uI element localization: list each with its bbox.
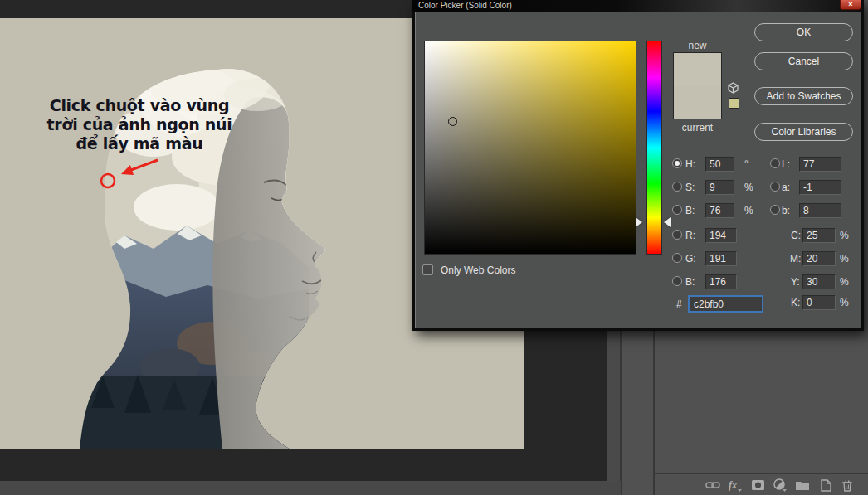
rgb-cmyk-row-3: B: Y: %: [416, 274, 861, 289]
ok-button[interactable]: OK: [754, 23, 853, 41]
adjustment-layer-icon[interactable]: [771, 477, 789, 493]
cancel-button[interactable]: Cancel: [754, 52, 853, 70]
status-bar: [0, 481, 621, 495]
new-color-swatch: [674, 53, 721, 86]
g-input[interactable]: [705, 251, 737, 266]
y-unit: %: [840, 276, 849, 288]
current-swatch-label: current: [667, 122, 728, 133]
close-button[interactable]: ×: [840, 0, 861, 10]
new-current-swatch: [673, 52, 722, 119]
annotation-line-1: Click chuột vào vùng: [23, 96, 256, 115]
color-libraries-button[interactable]: Color Libraries: [754, 123, 853, 141]
b-unit: %: [744, 205, 753, 216]
photoshop-workspace: Click chuột vào vùng trời của ảnh ngọn n…: [0, 0, 868, 495]
h-field-label: H:: [685, 158, 695, 170]
k-input[interactable]: [802, 295, 836, 310]
s-input[interactable]: [705, 180, 734, 195]
link-icon[interactable]: [704, 477, 722, 493]
web-safe-warning-cube-icon[interactable]: [727, 82, 739, 98]
annotation-text: Click chuột vào vùng trời của ảnh ngọn n…: [23, 96, 256, 153]
delete-icon[interactable]: [838, 477, 856, 493]
rgb-cmyk-row-2: G: M: %: [416, 251, 861, 266]
hue-slider-left-handle[interactable]: [636, 217, 642, 227]
l-field-label: L:: [782, 158, 790, 170]
hue-slider-right-handle[interactable]: [664, 217, 671, 227]
b-field-label: B:: [685, 205, 695, 216]
rgb-b-field-label: B:: [685, 276, 695, 288]
m-field-label: M:: [790, 253, 801, 264]
g-field-label: G:: [685, 253, 696, 264]
hue-slider[interactable]: [646, 41, 662, 255]
m-input[interactable]: [802, 251, 836, 266]
r-input[interactable]: [705, 228, 737, 243]
svg-text:fx: fx: [729, 479, 737, 491]
y-input[interactable]: [802, 274, 836, 289]
b-input[interactable]: [705, 203, 734, 218]
new-swatch-label: new: [673, 40, 722, 51]
layers-toolbar-separator: [655, 473, 868, 474]
l-input[interactable]: [799, 157, 841, 172]
fx-icon[interactable]: fx: [726, 477, 744, 493]
b-radio[interactable]: [672, 205, 682, 215]
hex-input[interactable]: [688, 295, 763, 313]
lab-b-input[interactable]: [799, 203, 841, 218]
hsb-lab-row-3: B: % b:: [416, 203, 861, 218]
dialog-body: Only Web Colors new current OK Cancel Ad…: [415, 12, 861, 328]
c-unit: %: [840, 230, 849, 241]
s-field-label: S:: [685, 182, 695, 193]
rgb-b-radio[interactable]: [672, 276, 682, 286]
new-layer-icon[interactable]: [816, 477, 834, 493]
rgb-cmyk-row-1: R: C: %: [416, 228, 861, 243]
r-radio[interactable]: [672, 230, 682, 240]
c-input[interactable]: [802, 228, 836, 243]
a-input[interactable]: [799, 180, 841, 195]
h-radio[interactable]: [672, 158, 682, 168]
layer-mask-icon[interactable]: [749, 477, 767, 493]
dialog-titlebar[interactable]: Color Picker (Solid Color): [412, 0, 864, 12]
lab-b-radio[interactable]: [770, 205, 780, 215]
hsb-lab-row-1: H: ° L:: [416, 157, 861, 172]
y-field-label: Y:: [791, 276, 800, 288]
group-icon[interactable]: [793, 477, 812, 493]
annotation-line-3: để lấy mã màu: [23, 134, 256, 153]
s-unit: %: [744, 182, 753, 193]
l-radio[interactable]: [770, 158, 780, 168]
color-field-marker[interactable]: [448, 117, 457, 126]
color-picker-dialog: Color Picker (Solid Color) × Only Web Co…: [412, 0, 864, 331]
k-unit: %: [840, 297, 849, 308]
saturation-brightness-field[interactable]: [424, 41, 636, 255]
hex-field-label: #: [676, 298, 682, 310]
layers-panel-toolbar: fx: [655, 475, 868, 495]
h-unit: °: [744, 158, 749, 170]
m-unit: %: [840, 253, 849, 264]
k-field-label: K:: [791, 297, 800, 308]
lab-b-field-label: b:: [782, 205, 790, 216]
annotation-line-2: trời của ảnh ngọn núi: [23, 115, 256, 134]
rgb-b-input[interactable]: [705, 274, 737, 289]
c-field-label: C:: [791, 230, 801, 241]
r-field-label: R:: [685, 230, 695, 241]
web-safe-color-swatch[interactable]: [729, 98, 739, 109]
current-color-swatch: [674, 86, 721, 119]
add-to-swatches-button[interactable]: Add to Swatches: [754, 87, 853, 105]
hsb-lab-row-2: S: % a:: [416, 180, 861, 195]
dialog-title: Color Picker (Solid Color): [418, 1, 512, 10]
h-input[interactable]: [705, 157, 734, 172]
a-field-label: a:: [782, 182, 790, 193]
a-radio[interactable]: [770, 182, 780, 192]
close-icon: ×: [848, 0, 852, 8]
g-radio[interactable]: [672, 253, 682, 263]
s-radio[interactable]: [672, 182, 682, 192]
cmyk-k-row: K: %: [416, 295, 861, 310]
